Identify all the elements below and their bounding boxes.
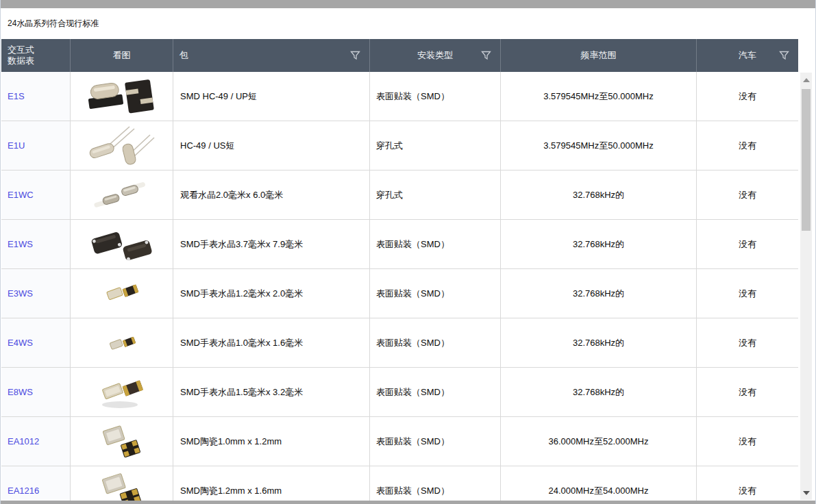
package-text: SMD手表水晶3.7毫米x 7.9毫米	[180, 238, 303, 251]
automotive-cell: 没有	[697, 417, 798, 466]
window-top-bar	[1, 0, 815, 8]
image-cell[interactable]	[71, 121, 173, 170]
datasheet-link[interactable]: E1WS	[8, 239, 33, 249]
header-package[interactable]: 包	[173, 39, 370, 72]
datasheet-cell: E1WS	[1, 220, 71, 268]
image-cell[interactable]	[71, 269, 173, 318]
mount-cell: 穿孔式	[370, 171, 501, 219]
product-photo-watch-smd-large	[84, 224, 160, 265]
package-cell: SMD手表水晶3.7毫米x 7.9毫米	[173, 220, 370, 268]
page-title: 24水晶系列符合现行标准	[8, 18, 99, 29]
product-photo-ceramic-smd	[84, 470, 160, 504]
frequency-text: 32.768kHz的	[573, 238, 624, 251]
table-row-e4ws: E4WS SMD手表水晶1.0毫米x 1.6毫米 表面贴装（SMD） 32.76…	[1, 318, 798, 368]
mount-cell: 表面贴装（SMD）	[370, 466, 501, 504]
header-datasheet[interactable]: 交互式 数据表	[1, 39, 71, 72]
product-photo-watch-smd-small	[84, 273, 160, 314]
frequency-cell: 32.768kHz的	[501, 171, 697, 219]
mount-cell: 表面贴装（SMD）	[370, 417, 501, 466]
automotive-text: 没有	[739, 386, 756, 399]
package-text: SMD手表水晶1.5毫米x 3.2毫米	[180, 386, 303, 399]
filter-icon-automotive[interactable]	[779, 51, 789, 61]
filter-icon-mount-type[interactable]	[481, 51, 491, 61]
header-mount-type[interactable]: 安装类型	[370, 39, 501, 72]
automotive-cell: 没有	[697, 368, 798, 416]
automotive-text: 没有	[739, 288, 756, 300]
image-cell[interactable]	[71, 417, 173, 466]
datasheet-link[interactable]: EA1216	[8, 486, 39, 496]
automotive-text: 没有	[739, 189, 756, 201]
table-row-e1wc: E1WC 观看水晶2.0毫米x 6.0毫米 穿孔式	[1, 171, 798, 220]
datasheet-link[interactable]: EA1012	[8, 436, 39, 446]
frequency-cell: 3.579545MHz至50.000MHz	[501, 72, 697, 121]
mount-text: 表面贴装（SMD）	[376, 90, 449, 103]
automotive-cell: 没有	[697, 121, 798, 170]
automotive-cell: 没有	[697, 72, 798, 121]
automotive-text: 没有	[739, 436, 756, 448]
products-table: 交互式 数据表 看图 包 安装类型 频率范围 汽车	[1, 39, 798, 504]
product-photo-ceramic-smd	[84, 421, 160, 462]
automotive-text: 没有	[739, 238, 756, 251]
frequency-text: 32.768kHz的	[573, 288, 624, 300]
mount-text: 表面贴装（SMD）	[376, 337, 449, 349]
table-body: E1S SMD HC	[1, 72, 798, 504]
header-automotive[interactable]: 汽车	[697, 39, 798, 72]
datasheet-link[interactable]: E3WS	[8, 288, 33, 299]
mount-cell: 表面贴装（SMD）	[370, 220, 501, 268]
header-datasheet-label: 交互式 数据表	[8, 45, 34, 66]
page-title-area: 24水晶系列符合现行标准	[1, 8, 815, 39]
datasheet-link[interactable]: E1WC	[8, 190, 34, 200]
table-row-e3ws: E3WS SMD手表水晶1.2毫米x 2.0毫米 表面贴装（SMD） 32.76…	[1, 269, 798, 318]
filter-icon-package[interactable]	[350, 51, 360, 61]
header-frequency-range[interactable]: 频率范围	[501, 39, 697, 72]
mount-cell: 表面贴装（SMD）	[370, 368, 501, 416]
frequency-cell: 32.768kHz的	[501, 318, 697, 367]
package-text: 观看水晶2.0毫米x 6.0毫米	[180, 189, 283, 201]
mount-cell: 表面贴装（SMD）	[370, 269, 501, 318]
automotive-cell: 没有	[697, 171, 798, 219]
frequency-text: 32.768kHz的	[573, 386, 624, 399]
table-row-e1u: E1U HC-49 / US短 穿孔式 3.579545MHz至50.000MH…	[1, 121, 798, 171]
automotive-cell: 没有	[697, 318, 798, 367]
header-image[interactable]: 看图	[71, 39, 173, 72]
datasheet-link[interactable]: E8WS	[8, 387, 33, 397]
scrollbar-thumb[interactable]	[802, 89, 811, 231]
automotive-cell: 没有	[697, 466, 798, 504]
package-text: HC-49 / US短	[180, 140, 234, 152]
frequency-cell: 3.579545MHz至50.000MHz	[501, 121, 697, 170]
package-text: SMD陶瓷1.2mm x 1.6mm	[180, 485, 282, 497]
image-cell[interactable]	[71, 368, 173, 416]
mount-text: 表面贴装（SMD）	[376, 436, 449, 448]
frequency-cell: 32.768kHz的	[501, 269, 697, 318]
package-text: SMD手表水晶1.0毫米x 1.6毫米	[180, 337, 303, 349]
scroll-down-icon	[803, 491, 810, 495]
image-cell[interactable]	[71, 171, 173, 219]
datasheet-link[interactable]: E4WS	[8, 338, 33, 348]
package-cell: SMD手表水晶1.0毫米x 1.6毫米	[173, 318, 370, 367]
frequency-text: 24.000MHz至54.000MHz	[549, 485, 649, 497]
automotive-text: 没有	[739, 90, 756, 103]
table-row-ea1216: EA1216 SMD陶瓷1.2mm x 1.6mm	[1, 466, 798, 504]
mount-cell: 穿孔式	[370, 121, 501, 170]
scroll-up-button[interactable]	[800, 74, 812, 86]
mount-text: 表面贴装（SMD）	[376, 288, 449, 300]
automotive-text: 没有	[739, 140, 756, 152]
datasheet-cell: E1S	[1, 72, 71, 121]
automotive-cell: 没有	[697, 220, 798, 268]
table-row-e8ws: E8WS SMD手表水晶1.5毫米x 3.2毫米 表面贴装（	[1, 368, 798, 417]
image-cell[interactable]	[71, 466, 173, 504]
datasheet-cell: E3WS	[1, 269, 71, 318]
scroll-down-button[interactable]	[800, 487, 812, 499]
table-header: 交互式 数据表 看图 包 安装类型 频率范围 汽车	[1, 39, 798, 72]
datasheet-link[interactable]: E1U	[8, 140, 25, 151]
datasheet-cell: E1U	[1, 121, 71, 170]
image-cell[interactable]	[71, 72, 173, 121]
vertical-scrollbar[interactable]	[800, 73, 812, 500]
image-cell[interactable]	[71, 220, 173, 268]
datasheet-cell: E8WS	[1, 368, 71, 416]
image-cell[interactable]	[71, 318, 173, 367]
header-automotive-label: 汽车	[739, 49, 756, 62]
product-photo-smd-hc49	[84, 76, 160, 117]
datasheet-link[interactable]: E1S	[8, 91, 25, 101]
frequency-text: 32.768kHz的	[573, 337, 624, 349]
